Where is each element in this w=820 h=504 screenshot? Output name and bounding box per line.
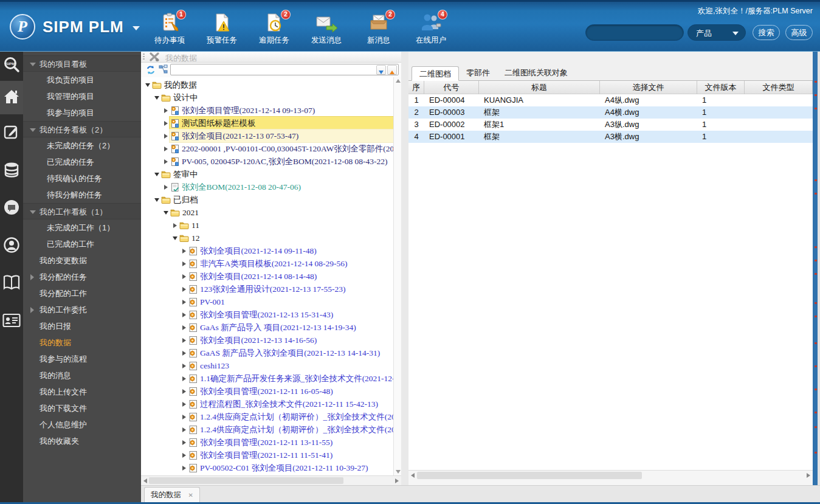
tree-expand-icon[interactable] [180, 249, 188, 254]
sidebar-item[interactable]: 我的工作委托 [23, 302, 141, 318]
rail-item-database[interactable] [0, 152, 23, 190]
tree-node[interactable]: 张刘全项目(2021-12-13 07-53-47) [141, 129, 393, 142]
tree-node[interactable]: GaAs 新产品导入 项目(2021-12-13 14-19-34) [141, 321, 393, 334]
sidebar-item[interactable]: 我的收藏夹 [23, 433, 141, 449]
toolbar-item-overdue-task[interactable]: 2逾期任务 [255, 13, 293, 46]
sidebar-item[interactable]: 我的数据 [23, 334, 141, 351]
sidebar-item[interactable]: 已完成的任务 [23, 154, 141, 170]
tab-3[interactable]: 二维图纸关联对象 [497, 66, 575, 80]
tree-expand-icon[interactable] [180, 287, 188, 292]
rail-item-sipm-search[interactable]: SIPM [0, 52, 23, 81]
scroll-left-icon[interactable] [411, 473, 415, 478]
sidebar-item[interactable]: 待我确认的任务 [23, 170, 141, 187]
tab-1[interactable]: 二维图档 [412, 66, 459, 81]
scroll-left-icon[interactable] [143, 478, 147, 483]
column-header[interactable]: 文件版本 [697, 81, 745, 94]
tree-collapse-icon[interactable] [153, 198, 160, 202]
org-tree-icon[interactable] [159, 64, 168, 77]
sidebar-item[interactable]: 未完成的任务（2） [23, 137, 141, 154]
tree-node[interactable]: PV-00502-C01 张刘全项目(2021-12-11 10-39-27) [141, 461, 393, 474]
sidebar-item[interactable]: 我的变更数据 [23, 252, 141, 269]
tree-expand-icon[interactable] [162, 147, 170, 151]
tree-node[interactable]: 1.1确定新产品开发任务来源_张刘全技术文件(2021-12-11 16 [141, 372, 393, 385]
sidebar-item[interactable]: 我分配的工作 [23, 285, 141, 302]
tree-expand-icon[interactable] [180, 440, 188, 445]
tree-horizontal-scrollbar[interactable] [141, 475, 401, 485]
tree-expand-icon[interactable] [180, 402, 188, 407]
tree-expand-icon[interactable] [180, 261, 188, 266]
tree-node[interactable]: 设计中 [141, 91, 393, 104]
tree-node[interactable]: 123张刘全通用设计(2021-12-13 17-55-23) [141, 283, 393, 295]
tab-2[interactable]: 零部件 [459, 66, 497, 80]
tree-node[interactable]: 2021 [141, 206, 393, 219]
table-row[interactable]: 3ED-00002框架1A3纵.dwg1 [408, 119, 813, 131]
sidebar-item[interactable]: 我参与的项目 [23, 105, 141, 121]
tree-node[interactable]: 张刘全项目(2021-12-14 09-11-48) [141, 244, 393, 257]
tree-expand-icon[interactable] [162, 121, 170, 126]
scroll-right-icon[interactable] [807, 473, 810, 478]
tree-collapse-icon[interactable] [171, 236, 179, 240]
tree-vertical-scrollbar[interactable] [393, 77, 401, 475]
column-header[interactable]: 文件类型 [745, 81, 813, 94]
sidebar-item[interactable]: 未完成的工作（1） [23, 219, 141, 236]
column-header[interactable]: 标题 [479, 81, 600, 94]
tree-expand-icon[interactable] [180, 351, 188, 356]
scroll-down-icon[interactable] [396, 470, 401, 474]
sidebar-item[interactable]: 我的工作看板（1） [23, 203, 141, 219]
scrollbar-thumb[interactable] [417, 472, 642, 479]
toolbar-item-todo[interactable]: 1待办事项 [151, 13, 188, 46]
panel-splitter[interactable] [401, 52, 408, 485]
tree-node[interactable]: 张刘全项目管理(2021-12-11 16-05-48) [141, 385, 393, 398]
tree-node[interactable]: 签审中 [141, 168, 393, 181]
sidebar-item[interactable]: 待我分解的任务 [23, 187, 141, 203]
sidebar-item[interactable]: 我的日报 [23, 318, 141, 334]
table-row[interactable]: 2ED-00003框架A4横.dwg1 [408, 106, 813, 119]
rail-item-chat[interactable] [0, 190, 23, 227]
tree-node[interactable]: 张刘全项目(2021-12-14 08-14-48) [141, 270, 393, 283]
tree-expand-icon[interactable] [180, 312, 188, 317]
tree-node[interactable]: 张刘全项目管理(2021-12-11 11-51-41) [141, 449, 393, 461]
tree-expand-icon[interactable] [180, 376, 188, 381]
sidebar-item[interactable]: 我的上传文件 [23, 384, 141, 400]
tree-node[interactable]: 张刘全项目(2021-12-13 14-16-56) [141, 334, 393, 347]
search-button[interactable]: 搜索 [753, 25, 780, 40]
toolbar-item-warning-task[interactable]: 预警任务 [203, 13, 241, 46]
sidebar-item[interactable]: 我的下载文件 [23, 400, 141, 416]
tree-node[interactable]: PV-001 [141, 295, 393, 308]
tree-node[interactable]: 过程流程图_张刘全技术文件(2021-12-11 15-42-13) [141, 398, 393, 410]
close-icon[interactable]: ✕ [188, 488, 193, 503]
table-horizontal-scrollbar[interactable] [408, 470, 813, 480]
toolbar-item-send-message[interactable]: 发送消息 [308, 13, 345, 46]
tree-expand-icon[interactable] [180, 415, 188, 419]
tree-collapse-icon[interactable] [153, 173, 160, 176]
tree-expand-icon[interactable] [171, 223, 179, 228]
scrollbar-thumb[interactable] [149, 477, 343, 484]
tree-node[interactable]: 1.2.4供应商定点计划（初期评价）_张刘全技术文件(2021-12 [141, 410, 393, 423]
toolbar-item-new-message[interactable]: 2新消息 [360, 13, 398, 46]
rail-item-idcard[interactable] [0, 303, 23, 340]
rail-item-support[interactable] [0, 227, 23, 265]
tree-node[interactable]: 测试图纸标题栏模板 [141, 117, 393, 129]
tree-expand-icon[interactable] [180, 453, 188, 458]
tree-node[interactable]: ceshi123 [141, 359, 393, 372]
tree-node[interactable]: 12 [141, 232, 393, 244]
tree-expand-icon[interactable] [180, 364, 188, 368]
table-row[interactable]: 4ED-00001框架A3横.dwg1 [408, 131, 813, 143]
tree-node[interactable]: GaAS 新产品导入张刘全项目(2021-12-13 14-14-31) [141, 347, 393, 359]
search-next-button[interactable] [376, 65, 386, 75]
tree-collapse-icon[interactable] [162, 211, 170, 215]
search-prev-button[interactable] [387, 65, 397, 75]
sidebar-item[interactable]: 我负责的项目 [23, 72, 141, 88]
tree-node[interactable]: PV-005, 020045P-120AC,张刘全BOM(2021-12-08 … [141, 155, 393, 168]
sidebar-item[interactable]: 我分配的任务 [23, 269, 141, 285]
tree-node[interactable]: 张刘全项目管理(2021-12-13 15-31-43) [141, 308, 393, 321]
global-search-input[interactable] [592, 26, 677, 39]
advanced-search-button[interactable]: 高级 [785, 25, 813, 40]
sidebar-item[interactable]: 我管理的项目 [23, 88, 141, 105]
tree-node[interactable]: 张刘全项目管理(2021-12-14 09-13-07) [141, 104, 393, 117]
tree-node[interactable]: 张刘全项目管理(2021-12-11 13-11-55) [141, 436, 393, 449]
tree-expand-icon[interactable] [162, 185, 170, 190]
tree-node[interactable]: 11 [141, 219, 393, 232]
sidebar-item[interactable]: 我的任务看板（2） [23, 121, 141, 137]
sidebar-item[interactable]: 我的项目看板 [23, 55, 141, 72]
